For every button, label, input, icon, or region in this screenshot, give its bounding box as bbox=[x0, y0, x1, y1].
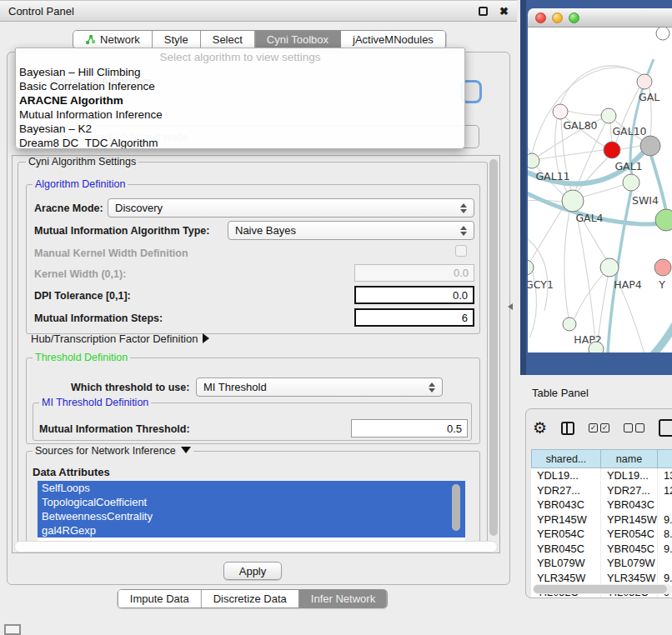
table-body: YDL19...YDL19...13YDR27...YDR27...12YBR0… bbox=[531, 468, 672, 598]
aracne-mode-combo[interactable]: Discovery bbox=[108, 198, 474, 218]
document-icon[interactable] bbox=[659, 419, 672, 437]
network-node[interactable] bbox=[640, 136, 660, 156]
tab-select[interactable]: Select bbox=[201, 31, 255, 48]
network-edge[interactable] bbox=[528, 239, 548, 311]
manual-kernel-width-checkbox[interactable] bbox=[455, 245, 467, 257]
table-cell: 9. bbox=[658, 542, 672, 557]
close-traffic-light-icon[interactable] bbox=[535, 12, 546, 23]
tab-cyni-toolbox[interactable]: Cyni Toolbox bbox=[255, 31, 341, 48]
data-attributes-list[interactable]: SelfLoopsTopologicalCoefficientBetweenne… bbox=[38, 481, 465, 541]
network-edge[interactable] bbox=[539, 150, 604, 159]
zoom-traffic-light-icon[interactable] bbox=[569, 12, 579, 23]
network-edge[interactable] bbox=[530, 207, 564, 262]
table-cell: YLR345W bbox=[531, 571, 601, 586]
collapsed-arrow-icon[interactable] bbox=[203, 333, 209, 343]
network-node-hap2[interactable] bbox=[563, 318, 576, 331]
settings-vertical-scrollbar[interactable] bbox=[489, 159, 498, 536]
tab-jactivemnodules[interactable]: jActiveMNodules bbox=[341, 31, 445, 48]
algorithm-option[interactable]: Mutual Information Inference bbox=[16, 108, 464, 122]
tab-network[interactable]: Network bbox=[73, 31, 153, 48]
network-node-gal4[interactable] bbox=[562, 190, 584, 212]
network-node-gal11[interactable] bbox=[528, 153, 539, 168]
algorithm-option[interactable]: Dream8 DC_TDC Algorithm bbox=[16, 136, 464, 149]
algorithm-option[interactable]: Basic Correlation Inference bbox=[16, 79, 464, 93]
table-row[interactable]: YER054CYER054C8. bbox=[531, 527, 672, 542]
select-all-icon[interactable]: ✓✓ bbox=[589, 423, 609, 432]
network-node-hap4[interactable] bbox=[600, 258, 619, 277]
network-edge[interactable] bbox=[583, 185, 623, 197]
network-edge[interactable] bbox=[576, 212, 595, 342]
table-row[interactable]: YDL19...YDL19...13 bbox=[531, 468, 672, 483]
columns-icon[interactable] bbox=[561, 422, 574, 435]
close-icon[interactable]: ✖ bbox=[499, 5, 509, 18]
network-node-gal80[interactable] bbox=[553, 104, 568, 119]
float-window-icon[interactable] bbox=[479, 7, 488, 16]
column-header[interactable]: name bbox=[601, 449, 658, 468]
network-node-swi4[interactable] bbox=[623, 174, 639, 191]
tab-impute-data[interactable]: Impute Data bbox=[118, 590, 202, 608]
network-edge[interactable] bbox=[564, 212, 569, 318]
algorithm-option[interactable]: Bayesian – Hill Climbing bbox=[16, 65, 464, 79]
sources-title: Sources for Network Inference bbox=[33, 445, 193, 457]
network-node-gal10[interactable] bbox=[601, 108, 616, 123]
tab-discretize-data[interactable]: Discretize Data bbox=[202, 590, 299, 608]
mi-algorithm-type-combo[interactable]: Naive Bayes bbox=[228, 221, 474, 240]
table-row[interactable]: YPR145WYPR145W9. bbox=[531, 512, 672, 528]
network-edge[interactable] bbox=[574, 273, 604, 318]
tab-infer-network[interactable]: Infer Network bbox=[299, 590, 387, 608]
column-header[interactable] bbox=[658, 449, 672, 468]
tab-style[interactable]: Style bbox=[153, 31, 201, 48]
network-edge-highlighted[interactable] bbox=[621, 319, 672, 352]
threshold-definition-title: Threshold Definition bbox=[33, 352, 130, 363]
mi-threshold-field[interactable]: 0.5 bbox=[351, 419, 468, 438]
network-edge[interactable] bbox=[532, 68, 641, 153]
node-label: GAL4 bbox=[575, 212, 603, 224]
settings-horizontal-scrollbar[interactable] bbox=[14, 541, 498, 552]
network-edge[interactable] bbox=[568, 111, 601, 115]
attribute-item[interactable]: TopologicalCoefficient bbox=[38, 495, 465, 509]
network-node-y[interactable] bbox=[654, 259, 671, 276]
network-edge[interactable] bbox=[598, 277, 608, 342]
attribute-item[interactable]: gal4RGexp bbox=[38, 523, 465, 538]
deselect-all-icon[interactable] bbox=[624, 423, 644, 432]
attribute-list-scrollbar[interactable] bbox=[452, 484, 460, 531]
network-node-gal1[interactable] bbox=[604, 142, 620, 158]
attribute-item[interactable]: SelfLoops bbox=[38, 481, 465, 495]
network-view-canvas[interactable]: GALGAL80GAL10GAL1GAL11SWI4GAL4GCY1HAP4YH… bbox=[528, 28, 672, 352]
which-threshold-value: MI Threshold bbox=[203, 381, 429, 393]
table-cell: 9. bbox=[658, 512, 672, 528]
node-table: shared...name YDL19...YDL19...13YDR27...… bbox=[531, 449, 672, 598]
table-cell: YBR043C bbox=[531, 498, 601, 512]
network-node[interactable] bbox=[655, 209, 672, 231]
table-horizontal-scrollbar[interactable] bbox=[533, 584, 672, 594]
docked-panel-icon[interactable] bbox=[4, 624, 21, 635]
table-row[interactable]: YBR043CYBR043C bbox=[531, 498, 672, 512]
mi-steps-field[interactable]: 6 bbox=[354, 308, 474, 327]
table-row[interactable]: YBR045CYBR045C9. bbox=[531, 542, 672, 557]
apply-button[interactable]: Apply bbox=[223, 562, 282, 580]
which-threshold-combo[interactable]: MI Threshold bbox=[196, 378, 443, 397]
algorithm-dropdown-placeholder: Select algorithm to view settings bbox=[16, 50, 464, 65]
table-row[interactable]: YDR27...YDR27...12 bbox=[531, 483, 672, 498]
panel-collapse-arrow-icon[interactable] bbox=[508, 303, 513, 310]
network-node[interactable] bbox=[589, 342, 604, 352]
network-window-titlebar[interactable] bbox=[528, 8, 672, 28]
algorithm-option[interactable]: ARACNE Algorithm bbox=[16, 93, 464, 108]
network-node-gal[interactable] bbox=[637, 74, 652, 89]
table-toolbar: ⚙ ✓✓ bbox=[533, 419, 672, 437]
control-panel-title: Control Panel bbox=[8, 5, 74, 18]
algorithm-option[interactable]: Bayesian – K2 bbox=[16, 122, 464, 136]
table-cell: 13 bbox=[658, 468, 672, 483]
attribute-item[interactable]: BetweennessCentrality bbox=[38, 509, 465, 523]
cyni-settings-title: Cyni Algorithm Settings bbox=[26, 156, 138, 168]
hub-transcription-section[interactable]: Hub/Transcription Factor Definition bbox=[31, 332, 209, 345]
table-row[interactable]: YBL079WYBL079W bbox=[531, 556, 672, 571]
table-row[interactable]: YLR345WYLR345W9. bbox=[531, 571, 672, 586]
tab-label: Select bbox=[213, 33, 243, 46]
minimize-traffic-light-icon[interactable] bbox=[552, 12, 563, 23]
expanded-arrow-icon[interactable] bbox=[181, 447, 191, 453]
network-node[interactable] bbox=[656, 28, 669, 40]
dpi-tolerance-field[interactable]: 0.0 bbox=[354, 286, 474, 304]
column-header[interactable]: shared... bbox=[531, 449, 601, 468]
gear-icon[interactable]: ⚙ bbox=[533, 420, 547, 436]
